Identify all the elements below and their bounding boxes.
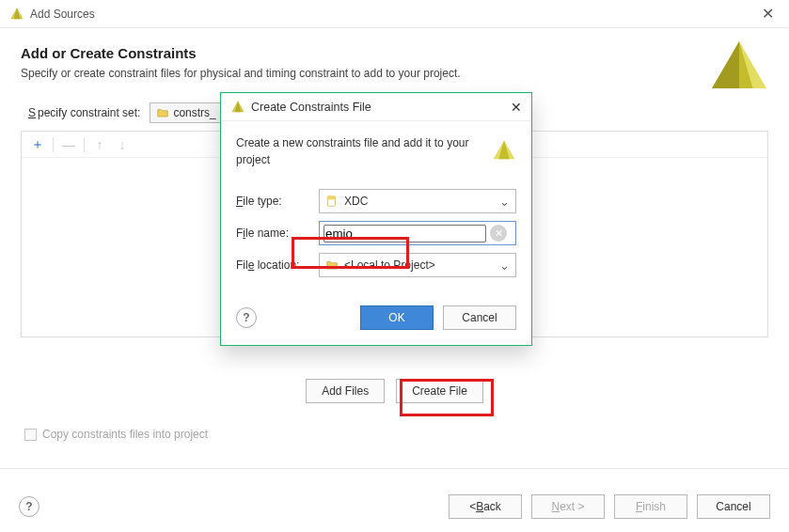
dialog-footer: ? OK Cancel — [221, 292, 531, 345]
file-name-label: Fiile name:le name: — [236, 227, 311, 240]
help-button[interactable]: ? — [19, 496, 39, 517]
xdc-icon — [325, 195, 339, 208]
remove-button: — — [58, 134, 79, 155]
create-constraints-dialog: Create Constraints File ✕ Create a new c… — [220, 92, 532, 346]
window-title: Add Sources — [30, 8, 95, 21]
dialog-title: Create Constraints File — [251, 101, 371, 114]
cancel-button[interactable]: Cancel — [697, 494, 770, 519]
add-files-button[interactable]: Add Files — [306, 379, 385, 403]
clear-input-button[interactable]: ✕ — [490, 225, 507, 242]
copy-label: Copy constraints files into project — [42, 428, 208, 441]
dialog-header: Create a new constraints file and add it… — [221, 121, 531, 176]
ok-button[interactable]: OK — [360, 305, 434, 330]
copy-checkbox — [24, 429, 37, 441]
dialog-close-button[interactable]: ✕ — [511, 100, 522, 115]
folder-icon — [325, 258, 339, 272]
file-name-field-wrap: ✕ — [319, 221, 516, 245]
move-up-button: ↑ — [89, 134, 110, 155]
file-location-select[interactable]: <Local to Project> ⌄ — [319, 253, 516, 277]
page-title: Add or Create Constraints — [21, 45, 768, 61]
file-type-select[interactable]: XDC ⌄ — [319, 189, 516, 213]
back-button[interactable]: < Back — [449, 494, 522, 519]
add-create-row: Add Files Create File — [0, 379, 789, 403]
constraint-set-combo[interactable]: constrs_ — [150, 102, 222, 123]
file-location-row: File location: <Local to Project> ⌄ — [236, 253, 516, 277]
folder-icon — [156, 106, 169, 119]
wizard-footer: ? < Back Next > Finish Cancel — [0, 494, 789, 519]
chevron-down-icon: ⌄ — [499, 195, 510, 209]
file-type-row: File type: XDC ⌄ — [236, 189, 516, 213]
page-subtitle: Specify or create constraint files for p… — [21, 67, 768, 80]
add-button[interactable]: ＋ — [27, 134, 48, 155]
finish-button: Finish — [614, 494, 687, 519]
chevron-down-icon: ⌄ — [499, 258, 510, 273]
file-name-input[interactable] — [323, 225, 486, 243]
file-type-value: XDC — [344, 195, 368, 208]
vivado-logo-icon — [708, 38, 770, 100]
create-file-button[interactable]: Create File — [396, 379, 483, 403]
svg-rect-10 — [327, 196, 335, 200]
app-icon — [230, 100, 245, 115]
window-titlebar: Add Sources ✕ — [0, 0, 789, 28]
file-name-row: Fiile name:le name: ✕ — [236, 221, 516, 245]
dialog-form: File type: XDC ⌄ Fiile name:le name: ✕ — [221, 176, 531, 292]
footer-divider — [0, 468, 789, 469]
page-header: Add or Create Constraints Specify or cre… — [0, 28, 789, 86]
dialog-help-button[interactable]: ? — [236, 307, 257, 328]
file-location-value: <Local to Project> — [344, 258, 435, 272]
file-type-label: File type: — [236, 195, 311, 208]
window-close-button[interactable]: ✕ — [756, 5, 780, 23]
move-down-button: ↓ — [112, 134, 133, 155]
constraint-set-value: constrs_ — [173, 106, 215, 119]
copy-into-project-row: Copy constraints files into project — [24, 428, 208, 441]
file-location-label: File location: — [236, 258, 311, 272]
dialog-cancel-button[interactable]: Cancel — [443, 305, 516, 330]
constraint-set-label: Specify constraint set: — [28, 106, 140, 119]
dialog-desc: Create a new constraints file and add it… — [236, 134, 482, 168]
dialog-titlebar: Create Constraints File ✕ — [221, 93, 531, 121]
app-icon — [9, 7, 24, 22]
vivado-logo-icon — [492, 139, 516, 164]
svg-marker-4 — [712, 41, 739, 88]
next-button: Next > — [531, 494, 605, 519]
